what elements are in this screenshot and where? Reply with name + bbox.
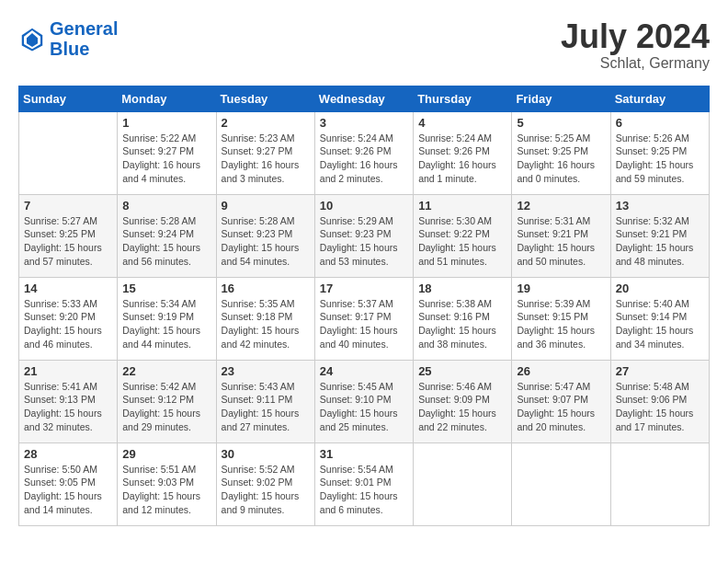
day-number: 25 [418,364,506,378]
calendar-cell: 31Sunrise: 5:54 AM Sunset: 9:01 PM Dayli… [314,442,413,525]
day-number: 22 [122,364,210,378]
calendar-cell: 26Sunrise: 5:47 AM Sunset: 9:07 PM Dayli… [512,360,610,442]
day-number: 24 [320,364,408,378]
day-number: 31 [320,447,408,461]
location: Schlat, Germany [561,55,710,72]
day-number: 14 [24,282,112,295]
calendar-cell [414,442,512,525]
day-info: Sunrise: 5:25 AM Sunset: 9:25 PM Dayligh… [517,132,605,186]
day-info: Sunrise: 5:43 AM Sunset: 9:11 PM Dayligh… [222,380,310,434]
day-info: Sunrise: 5:28 AM Sunset: 9:23 PM Dayligh… [222,214,310,269]
day-number: 23 [222,364,310,378]
header-row: SundayMondayTuesdayWednesdayThursdayFrid… [19,86,710,111]
calendar-cell: 27Sunrise: 5:48 AM Sunset: 9:06 PM Dayli… [610,360,709,442]
day-info: Sunrise: 5:32 AM Sunset: 9:21 PM Dayligh… [616,214,704,269]
day-info: Sunrise: 5:40 AM Sunset: 9:14 PM Dayligh… [616,297,704,351]
calendar-cell: 30Sunrise: 5:52 AM Sunset: 9:02 PM Dayli… [216,442,314,525]
calendar-cell: 7Sunrise: 5:27 AM Sunset: 9:25 PM Daylig… [19,194,118,277]
calendar-cell: 24Sunrise: 5:45 AM Sunset: 9:10 PM Dayli… [314,360,413,442]
calendar-cell: 12Sunrise: 5:31 AM Sunset: 9:21 PM Dayli… [512,194,610,277]
logo: General Blue [18,18,118,59]
day-number: 17 [320,282,408,295]
col-header-friday: Friday [512,86,610,111]
day-info: Sunrise: 5:28 AM Sunset: 9:24 PM Dayligh… [122,214,210,269]
week-row-4: 21Sunrise: 5:41 AM Sunset: 9:13 PM Dayli… [19,360,710,442]
calendar-cell: 6Sunrise: 5:26 AM Sunset: 9:25 PM Daylig… [610,111,709,194]
day-number: 12 [517,199,605,213]
day-info: Sunrise: 5:24 AM Sunset: 9:26 PM Dayligh… [418,132,506,186]
logo-line1: General [50,18,118,39]
day-info: Sunrise: 5:24 AM Sunset: 9:26 PM Dayligh… [320,132,408,186]
week-row-1: 1Sunrise: 5:22 AM Sunset: 9:27 PM Daylig… [19,111,710,194]
day-info: Sunrise: 5:54 AM Sunset: 9:01 PM Dayligh… [320,463,408,517]
day-number: 9 [222,199,310,213]
day-info: Sunrise: 5:38 AM Sunset: 9:16 PM Dayligh… [418,297,506,351]
day-info: Sunrise: 5:39 AM Sunset: 9:15 PM Dayligh… [517,297,605,351]
day-number: 3 [320,116,408,130]
col-header-monday: Monday [118,86,216,111]
day-number: 30 [222,447,310,461]
day-info: Sunrise: 5:23 AM Sunset: 9:27 PM Dayligh… [222,132,310,186]
calendar-cell: 17Sunrise: 5:37 AM Sunset: 9:17 PM Dayli… [314,277,413,360]
calendar-cell: 1Sunrise: 5:22 AM Sunset: 9:27 PM Daylig… [118,111,216,194]
day-number: 4 [418,116,506,130]
day-number: 20 [616,282,704,295]
col-header-sunday: Sunday [19,86,118,111]
day-number: 7 [24,199,112,213]
day-info: Sunrise: 5:26 AM Sunset: 9:25 PM Dayligh… [616,132,704,186]
day-number: 10 [320,199,408,213]
day-info: Sunrise: 5:51 AM Sunset: 9:03 PM Dayligh… [122,463,210,517]
calendar-cell: 29Sunrise: 5:51 AM Sunset: 9:03 PM Dayli… [118,442,216,525]
day-info: Sunrise: 5:48 AM Sunset: 9:06 PM Dayligh… [616,380,704,434]
col-header-saturday: Saturday [610,86,709,111]
calendar-cell: 4Sunrise: 5:24 AM Sunset: 9:26 PM Daylig… [414,111,512,194]
title-block: July 2024 Schlat, Germany [561,18,710,72]
logo-icon [18,25,46,52]
day-number: 11 [418,199,506,213]
day-info: Sunrise: 5:35 AM Sunset: 9:18 PM Dayligh… [222,297,310,351]
calendar-cell: 16Sunrise: 5:35 AM Sunset: 9:18 PM Dayli… [216,277,314,360]
week-row-5: 28Sunrise: 5:50 AM Sunset: 9:05 PM Dayli… [19,442,710,525]
logo-text: General Blue [50,18,118,59]
day-info: Sunrise: 5:50 AM Sunset: 9:05 PM Dayligh… [24,463,112,517]
calendar-cell: 11Sunrise: 5:30 AM Sunset: 9:22 PM Dayli… [414,194,512,277]
col-header-wednesday: Wednesday [314,86,413,111]
day-number: 8 [122,199,210,213]
day-number: 13 [616,199,704,213]
day-info: Sunrise: 5:27 AM Sunset: 9:25 PM Dayligh… [24,214,112,269]
day-info: Sunrise: 5:34 AM Sunset: 9:19 PM Dayligh… [122,297,210,351]
week-row-3: 14Sunrise: 5:33 AM Sunset: 9:20 PM Dayli… [19,277,710,360]
day-number: 15 [122,282,210,295]
calendar-cell: 21Sunrise: 5:41 AM Sunset: 9:13 PM Dayli… [19,360,118,442]
calendar-cell: 19Sunrise: 5:39 AM Sunset: 9:15 PM Dayli… [512,277,610,360]
day-info: Sunrise: 5:31 AM Sunset: 9:21 PM Dayligh… [517,214,605,269]
day-number: 16 [222,282,310,295]
day-number: 27 [616,364,704,378]
day-info: Sunrise: 5:29 AM Sunset: 9:23 PM Dayligh… [320,214,408,269]
day-info: Sunrise: 5:42 AM Sunset: 9:12 PM Dayligh… [122,380,210,434]
week-row-2: 7Sunrise: 5:27 AM Sunset: 9:25 PM Daylig… [19,194,710,277]
calendar-cell [610,442,709,525]
day-info: Sunrise: 5:37 AM Sunset: 9:17 PM Dayligh… [320,297,408,351]
calendar-cell: 14Sunrise: 5:33 AM Sunset: 9:20 PM Dayli… [19,277,118,360]
day-info: Sunrise: 5:52 AM Sunset: 9:02 PM Dayligh… [222,463,310,517]
calendar-cell: 8Sunrise: 5:28 AM Sunset: 9:24 PM Daylig… [118,194,216,277]
day-number: 21 [24,364,112,378]
day-info: Sunrise: 5:30 AM Sunset: 9:22 PM Dayligh… [418,214,506,269]
calendar-cell: 20Sunrise: 5:40 AM Sunset: 9:14 PM Dayli… [610,277,709,360]
day-info: Sunrise: 5:47 AM Sunset: 9:07 PM Dayligh… [517,380,605,434]
calendar-cell: 10Sunrise: 5:29 AM Sunset: 9:23 PM Dayli… [314,194,413,277]
day-info: Sunrise: 5:22 AM Sunset: 9:27 PM Dayligh… [122,132,210,186]
day-info: Sunrise: 5:46 AM Sunset: 9:09 PM Dayligh… [418,380,506,434]
month-title: July 2024 [561,18,710,55]
page-header: General Blue July 2024 Schlat, Germany [18,18,710,72]
day-number: 26 [517,364,605,378]
calendar-cell: 18Sunrise: 5:38 AM Sunset: 9:16 PM Dayli… [414,277,512,360]
day-number: 5 [517,116,605,130]
col-header-tuesday: Tuesday [216,86,314,111]
day-number: 6 [616,116,704,130]
calendar-cell: 2Sunrise: 5:23 AM Sunset: 9:27 PM Daylig… [216,111,314,194]
day-number: 29 [122,447,210,461]
day-number: 28 [24,447,112,461]
logo-line2: Blue [50,39,89,59]
